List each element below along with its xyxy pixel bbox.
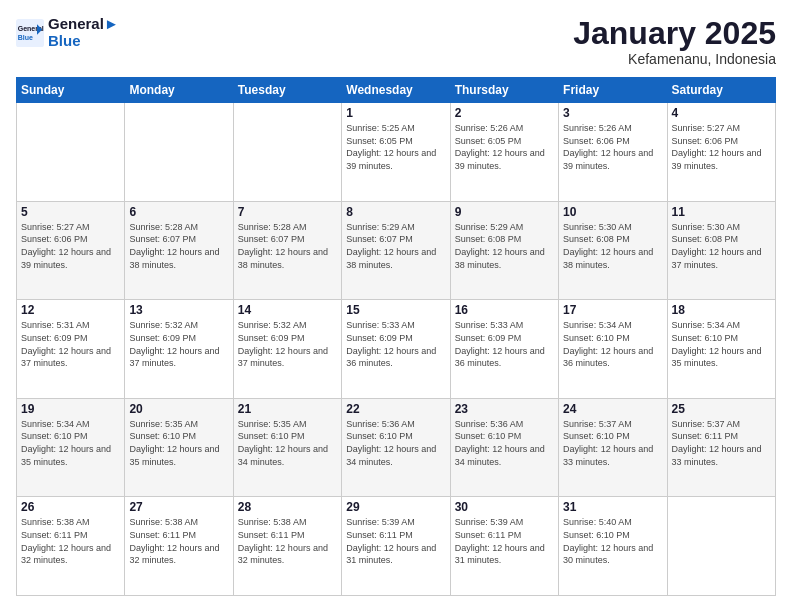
day-info: Sunrise: 5:30 AM Sunset: 6:08 PM Dayligh… [672, 221, 771, 271]
day-info: Sunrise: 5:38 AM Sunset: 6:11 PM Dayligh… [129, 516, 228, 566]
day-cell: 1Sunrise: 5:25 AM Sunset: 6:05 PM Daylig… [342, 103, 450, 202]
day-cell [667, 497, 775, 596]
day-info: Sunrise: 5:26 AM Sunset: 6:05 PM Dayligh… [455, 122, 554, 172]
day-cell: 7Sunrise: 5:28 AM Sunset: 6:07 PM Daylig… [233, 201, 341, 300]
day-number: 15 [346, 303, 445, 317]
day-info: Sunrise: 5:36 AM Sunset: 6:10 PM Dayligh… [346, 418, 445, 468]
day-cell: 12Sunrise: 5:31 AM Sunset: 6:09 PM Dayli… [17, 300, 125, 399]
subtitle: Kefamenanu, Indonesia [573, 51, 776, 67]
day-number: 16 [455, 303, 554, 317]
svg-rect-0 [16, 19, 44, 47]
day-info: Sunrise: 5:35 AM Sunset: 6:10 PM Dayligh… [129, 418, 228, 468]
day-info: Sunrise: 5:39 AM Sunset: 6:11 PM Dayligh… [455, 516, 554, 566]
day-cell: 13Sunrise: 5:32 AM Sunset: 6:09 PM Dayli… [125, 300, 233, 399]
day-info: Sunrise: 5:34 AM Sunset: 6:10 PM Dayligh… [21, 418, 120, 468]
day-number: 29 [346, 500, 445, 514]
day-cell: 8Sunrise: 5:29 AM Sunset: 6:07 PM Daylig… [342, 201, 450, 300]
week-row-3: 12Sunrise: 5:31 AM Sunset: 6:09 PM Dayli… [17, 300, 776, 399]
day-cell: 3Sunrise: 5:26 AM Sunset: 6:06 PM Daylig… [559, 103, 667, 202]
header: General Blue General► Blue January 2025 … [16, 16, 776, 67]
day-info: Sunrise: 5:37 AM Sunset: 6:11 PM Dayligh… [672, 418, 771, 468]
day-cell: 15Sunrise: 5:33 AM Sunset: 6:09 PM Dayli… [342, 300, 450, 399]
day-number: 3 [563, 106, 662, 120]
day-cell: 22Sunrise: 5:36 AM Sunset: 6:10 PM Dayli… [342, 398, 450, 497]
day-number: 11 [672, 205, 771, 219]
day-number: 9 [455, 205, 554, 219]
day-info: Sunrise: 5:38 AM Sunset: 6:11 PM Dayligh… [238, 516, 337, 566]
day-info: Sunrise: 5:29 AM Sunset: 6:07 PM Dayligh… [346, 221, 445, 271]
day-header-thursday: Thursday [450, 78, 558, 103]
day-info: Sunrise: 5:32 AM Sunset: 6:09 PM Dayligh… [238, 319, 337, 369]
day-cell: 23Sunrise: 5:36 AM Sunset: 6:10 PM Dayli… [450, 398, 558, 497]
logo-text: General► Blue [48, 16, 119, 49]
day-number: 21 [238, 402, 337, 416]
day-number: 19 [21, 402, 120, 416]
day-info: Sunrise: 5:29 AM Sunset: 6:08 PM Dayligh… [455, 221, 554, 271]
day-info: Sunrise: 5:27 AM Sunset: 6:06 PM Dayligh… [21, 221, 120, 271]
day-number: 17 [563, 303, 662, 317]
day-number: 8 [346, 205, 445, 219]
day-number: 10 [563, 205, 662, 219]
day-header-saturday: Saturday [667, 78, 775, 103]
day-info: Sunrise: 5:28 AM Sunset: 6:07 PM Dayligh… [129, 221, 228, 271]
title-block: January 2025 Kefamenanu, Indonesia [573, 16, 776, 67]
main-title: January 2025 [573, 16, 776, 51]
day-info: Sunrise: 5:39 AM Sunset: 6:11 PM Dayligh… [346, 516, 445, 566]
logo: General Blue General► Blue [16, 16, 119, 49]
day-info: Sunrise: 5:32 AM Sunset: 6:09 PM Dayligh… [129, 319, 228, 369]
day-info: Sunrise: 5:35 AM Sunset: 6:10 PM Dayligh… [238, 418, 337, 468]
week-row-2: 5Sunrise: 5:27 AM Sunset: 6:06 PM Daylig… [17, 201, 776, 300]
day-info: Sunrise: 5:38 AM Sunset: 6:11 PM Dayligh… [21, 516, 120, 566]
day-cell: 19Sunrise: 5:34 AM Sunset: 6:10 PM Dayli… [17, 398, 125, 497]
day-cell: 20Sunrise: 5:35 AM Sunset: 6:10 PM Dayli… [125, 398, 233, 497]
day-header-monday: Monday [125, 78, 233, 103]
week-row-5: 26Sunrise: 5:38 AM Sunset: 6:11 PM Dayli… [17, 497, 776, 596]
day-info: Sunrise: 5:34 AM Sunset: 6:10 PM Dayligh… [563, 319, 662, 369]
day-number: 1 [346, 106, 445, 120]
day-header-friday: Friday [559, 78, 667, 103]
day-info: Sunrise: 5:36 AM Sunset: 6:10 PM Dayligh… [455, 418, 554, 468]
day-number: 14 [238, 303, 337, 317]
day-cell: 27Sunrise: 5:38 AM Sunset: 6:11 PM Dayli… [125, 497, 233, 596]
day-number: 30 [455, 500, 554, 514]
day-cell: 17Sunrise: 5:34 AM Sunset: 6:10 PM Dayli… [559, 300, 667, 399]
day-cell: 6Sunrise: 5:28 AM Sunset: 6:07 PM Daylig… [125, 201, 233, 300]
day-info: Sunrise: 5:30 AM Sunset: 6:08 PM Dayligh… [563, 221, 662, 271]
day-cell: 11Sunrise: 5:30 AM Sunset: 6:08 PM Dayli… [667, 201, 775, 300]
day-cell: 2Sunrise: 5:26 AM Sunset: 6:05 PM Daylig… [450, 103, 558, 202]
logo-icon: General Blue [16, 19, 44, 47]
day-cell: 31Sunrise: 5:40 AM Sunset: 6:10 PM Dayli… [559, 497, 667, 596]
day-cell: 14Sunrise: 5:32 AM Sunset: 6:09 PM Dayli… [233, 300, 341, 399]
day-cell: 25Sunrise: 5:37 AM Sunset: 6:11 PM Dayli… [667, 398, 775, 497]
day-cell: 16Sunrise: 5:33 AM Sunset: 6:09 PM Dayli… [450, 300, 558, 399]
day-number: 7 [238, 205, 337, 219]
day-cell [17, 103, 125, 202]
day-info: Sunrise: 5:31 AM Sunset: 6:09 PM Dayligh… [21, 319, 120, 369]
calendar-table: SundayMondayTuesdayWednesdayThursdayFrid… [16, 77, 776, 596]
day-cell: 29Sunrise: 5:39 AM Sunset: 6:11 PM Dayli… [342, 497, 450, 596]
day-cell: 21Sunrise: 5:35 AM Sunset: 6:10 PM Dayli… [233, 398, 341, 497]
week-row-4: 19Sunrise: 5:34 AM Sunset: 6:10 PM Dayli… [17, 398, 776, 497]
day-info: Sunrise: 5:27 AM Sunset: 6:06 PM Dayligh… [672, 122, 771, 172]
day-cell: 4Sunrise: 5:27 AM Sunset: 6:06 PM Daylig… [667, 103, 775, 202]
day-cell: 24Sunrise: 5:37 AM Sunset: 6:10 PM Dayli… [559, 398, 667, 497]
day-cell: 5Sunrise: 5:27 AM Sunset: 6:06 PM Daylig… [17, 201, 125, 300]
day-number: 25 [672, 402, 771, 416]
day-header-sunday: Sunday [17, 78, 125, 103]
day-cell [125, 103, 233, 202]
day-number: 23 [455, 402, 554, 416]
week-row-1: 1Sunrise: 5:25 AM Sunset: 6:05 PM Daylig… [17, 103, 776, 202]
day-cell: 10Sunrise: 5:30 AM Sunset: 6:08 PM Dayli… [559, 201, 667, 300]
day-number: 28 [238, 500, 337, 514]
day-number: 24 [563, 402, 662, 416]
day-cell: 18Sunrise: 5:34 AM Sunset: 6:10 PM Dayli… [667, 300, 775, 399]
day-number: 31 [563, 500, 662, 514]
day-cell: 9Sunrise: 5:29 AM Sunset: 6:08 PM Daylig… [450, 201, 558, 300]
day-number: 27 [129, 500, 228, 514]
day-number: 12 [21, 303, 120, 317]
calendar-header-row: SundayMondayTuesdayWednesdayThursdayFrid… [17, 78, 776, 103]
day-info: Sunrise: 5:34 AM Sunset: 6:10 PM Dayligh… [672, 319, 771, 369]
day-info: Sunrise: 5:33 AM Sunset: 6:09 PM Dayligh… [455, 319, 554, 369]
day-cell [233, 103, 341, 202]
day-number: 26 [21, 500, 120, 514]
